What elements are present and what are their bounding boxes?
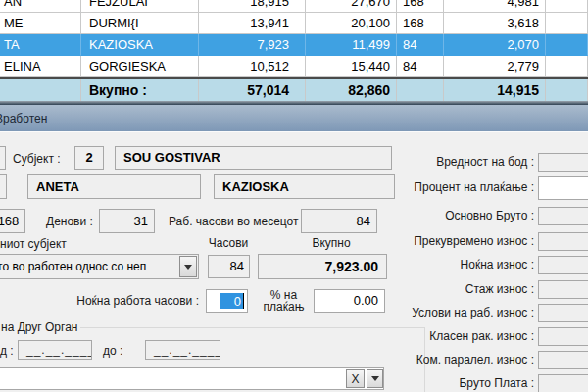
work-total-field[interactable]: 7,923.00 [258,254,387,279]
cell-last-name: FEJZULAI [81,0,199,13]
month-hours-field[interactable]: 84 [301,209,377,233]
table-row[interactable]: MEDURMI{I13,94120,1001683,618 [0,13,588,34]
cell-amount1: 7,923 [199,34,306,56]
percent-pay-label: % на плаќањ [257,289,311,313]
app-screen: ANFEJZULAI18,91527,6701684,981MEDURMI{I1… [0,0,588,392]
work-relation-value: нато во работен однос со неп [0,260,146,273]
employee-dialog-body: Субјект : 2 SOU GOSTIVAR ANETA KAZIOSKA … [0,131,588,392]
right-field-label: Вредност на бод : [410,155,534,169]
total-column-header: Вкупно [307,236,356,250]
right-field-input [538,374,588,392]
cell-hours: 168 [397,0,444,13]
right-field-input [538,327,588,346]
total-amount2: 82,860 [306,79,397,101]
cell-amount1: 18,915 [199,0,306,13]
night-hours-label: Ноќна работа часови : [59,294,199,308]
cell-last-name: GORGIESKA [81,56,199,77]
cell-filler [546,56,588,77]
cell-amount3: 2,779 [444,56,546,77]
total-label: Вкупно : [81,79,199,101]
cell-filler [546,0,588,13]
days-label: Денови : [46,215,93,228]
subject-name-field[interactable]: SOU GOSTIVAR [115,146,392,170]
date-from-field[interactable]: __.__.____ [18,340,92,360]
cell-amount2: 27,670 [306,0,397,13]
first-name-field[interactable]: ANETA [27,174,201,199]
table-row[interactable]: ELINAGORGIESKA10,51215,440842,779 [0,56,588,77]
right-field-label: Основно Бруто : [410,209,534,222]
work-hours-field[interactable]: 84 [208,255,250,278]
dialog-titlebar[interactable]: Вработен [0,105,588,131]
organ-dropdown-button[interactable] [367,369,383,388]
total-amount3: 14,915 [444,79,546,101]
cell-amount1: 10,512 [199,56,306,77]
date-to-label: до : [103,344,122,358]
right-field-input [538,256,588,274]
total-hours-field[interactable]: 168 [0,209,25,233]
cell-hours: 84 [397,56,444,77]
cell-filler [546,34,588,56]
right-field-input [538,351,588,369]
right-field-label: Процент на плаќање : [410,180,534,194]
table-row[interactable]: TAKAZIOSKA7,92311,499842,070 [0,34,588,56]
cell-hours: 168 [397,13,444,34]
cell-amount1: 13,941 [199,13,306,34]
work-subject-label: ниот субјект [0,237,67,251]
days-field[interactable]: 31 [99,209,155,233]
cell-last-name: DURMI{I [81,13,199,34]
right-field-label: Ноќна износ : [410,258,534,271]
hours-column-header: Часови [204,236,253,250]
right-field-input [538,207,588,225]
cell-amount2: 15,440 [306,56,397,77]
right-field-input [538,153,588,172]
subject-code-field[interactable]: 2 [74,146,104,170]
cell-amount3: 4,981 [444,0,546,13]
cell-last-name: KAZIOSKA [81,34,199,56]
other-organ-group-label: на Друг Орган [0,320,80,334]
right-field-input [538,232,588,251]
cell-amount2: 11,499 [306,34,397,56]
right-field-input[interactable] [538,176,588,200]
chevron-down-icon [371,376,379,381]
cell-first-name: ME [0,13,81,34]
table-row[interactable]: ANFEJZULAI18,91527,6701684,981 [0,0,588,13]
total-hours [397,79,444,101]
cell-first-name [0,79,81,101]
chevron-down-icon [184,265,192,270]
total-amount1: 57,014 [199,79,306,101]
right-field-label: Стаж износ : [410,282,534,296]
subject-label: Субјект : [13,152,61,166]
right-field-input [538,304,588,322]
last-name-field[interactable]: KAZIOSKA [214,174,395,199]
work-relation-dropdown-button[interactable] [179,256,197,277]
dialog-title: Вработен [0,112,47,125]
night-hours-selection: 0 [220,293,243,309]
cell-amount3: 3,618 [444,13,546,34]
cell-hours: 84 [397,34,444,56]
clipped-field-fragment [0,174,7,199]
cell-filler [546,13,588,34]
organ-combobox[interactable] [0,367,384,390]
percent-pay-field[interactable]: 0.00 [314,289,385,313]
cell-first-name: AN [0,0,81,13]
cell-first-name: TA [0,34,81,56]
right-field-label: Ком. паралел. износ : [410,353,534,367]
cell-amount2: 20,100 [306,13,397,34]
cell-amount3: 2,070 [444,34,546,56]
right-field-label: Услови на раб. износ : [410,306,534,319]
payroll-table: ANFEJZULAI18,91527,6701684,981MEDURMI{I1… [0,0,588,101]
night-hours-input[interactable]: 0 [206,289,248,313]
percent-pay-label-line2: плаќањ [264,300,305,314]
clipped-field-fragment [0,146,6,170]
right-field-label: Класен рак. износ : [410,329,534,343]
right-field-label: Бруто Плата : [410,376,534,390]
right-field-label: Прекувремено износ : [410,234,534,248]
cell-first-name: ELINA [0,56,81,77]
date-from-label: д : [0,344,14,358]
table-total-row: Вкупно : 57,014 82,860 14,915 [0,79,588,101]
work-relation-dropdown[interactable]: нато во работен однос со неп [0,254,199,279]
date-to-field[interactable]: __.__.____ [145,340,220,360]
right-field-input [538,280,588,299]
text-caret [243,293,244,309]
clear-button[interactable]: X [346,369,365,388]
